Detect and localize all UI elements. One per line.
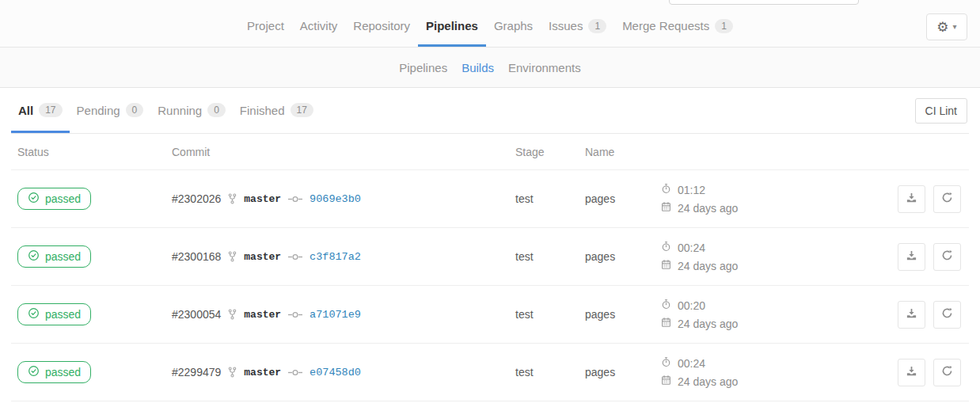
calendar-icon [661,317,671,330]
build-duration: 00:20 [661,299,889,312]
builds-table: Status Commit Stage Name passed #2302026 [11,134,969,401]
stopwatch-icon [661,356,671,370]
download-icon [906,365,917,379]
branch-link[interactable]: master [244,251,281,263]
nav-item-project[interactable]: Project [239,5,292,47]
tab-all[interactable]: All 17 [11,89,70,133]
commit-icon [288,310,302,319]
retry-icon [941,365,953,379]
commit-icon [288,368,302,377]
calendar-icon [661,201,671,215]
build-stage: test [507,192,577,205]
tab-all-count: 17 [39,103,62,117]
build-name-link[interactable]: pages [585,250,615,263]
branch-icon [228,367,237,378]
column-header-stage: Stage [507,146,577,158]
commit-sha-link[interactable]: c3f817a2 [310,251,361,263]
build-id-link[interactable]: #2300054 [172,308,221,321]
build-finished-at: 24 days ago [661,259,889,272]
commit-sha-link[interactable]: a71071e9 [310,309,361,321]
stopwatch-icon [661,241,671,254]
tab-pending[interactable]: Pending 0 [70,89,151,133]
build-name-link[interactable]: pages [585,192,615,205]
commit-sha-link[interactable]: e07458d0 [310,367,361,378]
project-header: Project Activity Repository Pipelines Gr… [0,0,980,48]
nav-item-issues[interactable]: Issues 1 [541,5,614,47]
download-icon [906,192,917,206]
nav-item-graphs[interactable]: Graphs [486,5,541,47]
build-duration: 00:24 [661,356,889,370]
download-artifacts-button[interactable] [898,243,925,271]
download-icon [906,249,917,264]
retry-build-button[interactable] [933,243,961,271]
build-stage: test [507,250,577,263]
column-header-commit: Commit [164,146,507,158]
build-name-link[interactable]: pages [585,366,615,378]
commit-sha-link[interactable]: 9069e3b0 [310,193,361,205]
table-row: passed #2300168 master c [11,228,969,286]
tab-pending-count: 0 [126,103,144,117]
build-name-link[interactable]: pages [585,308,615,321]
branch-icon [228,251,237,262]
builds-filter-bar: All 17 Pending 0 Running 0 Finished 17 C… [11,88,969,134]
build-scope-tabs: All 17 Pending 0 Running 0 Finished 17 [11,88,969,133]
build-status-badge[interactable]: passed [17,245,91,268]
tab-finished[interactable]: Finished 17 [233,89,321,133]
table-header-row: Status Commit Stage Name [11,134,969,170]
search-input[interactable] [669,0,859,5]
retry-build-button[interactable] [933,185,961,213]
chevron-down-icon: ▾ [953,23,957,31]
build-status-badge[interactable]: passed [17,188,91,210]
build-id-link[interactable]: #2302026 [172,192,221,205]
merge-requests-count-badge: 1 [715,19,733,33]
issues-count-badge: 1 [588,19,606,33]
tab-running[interactable]: Running 0 [150,89,233,133]
check-circle-icon [28,192,40,206]
build-duration: 01:12 [661,183,889,196]
nav-item-merge-requests[interactable]: Merge Requests 1 [614,5,741,47]
retry-build-button[interactable] [933,301,961,329]
retry-icon [941,192,953,206]
build-stage: test [507,308,577,321]
stopwatch-icon [661,183,671,196]
ci-lint-button[interactable]: CI Lint [915,98,967,124]
project-nav: Project Activity Repository Pipelines Gr… [0,0,980,47]
retry-icon [941,249,953,264]
branch-icon [228,193,237,204]
build-finished-at: 24 days ago [661,201,889,215]
column-header-name: Name [577,146,653,158]
nav-item-repository[interactable]: Repository [345,5,418,47]
build-status-badge[interactable]: passed [17,361,91,383]
commit-icon [288,195,302,204]
table-body: passed #2302026 master 9 [11,170,969,401]
pipelines-subnav: Pipelines Builds Environments [0,48,980,88]
retry-build-button[interactable] [933,359,961,386]
check-circle-icon [28,249,40,264]
download-icon [906,307,917,321]
nav-item-activity[interactable]: Activity [292,5,346,47]
branch-link[interactable]: master [244,193,281,205]
settings-dropdown-button[interactable]: ⚙ ▾ [926,13,967,40]
subnav-item-builds[interactable]: Builds [462,61,494,74]
retry-icon [941,307,953,321]
download-artifacts-button[interactable] [898,185,925,213]
table-row: passed #2299479 master e [11,344,969,401]
download-artifacts-button[interactable] [898,301,925,329]
build-status-badge[interactable]: passed [17,303,91,325]
build-id-link[interactable]: #2299479 [172,366,221,378]
column-header-status: Status [11,146,164,158]
branch-link[interactable]: master [244,367,281,378]
tab-running-count: 0 [207,103,226,117]
build-id-link[interactable]: #2300168 [172,250,221,263]
nav-item-pipelines[interactable]: Pipelines [418,5,486,47]
download-artifacts-button[interactable] [898,359,925,386]
calendar-icon [661,375,671,388]
subnav-item-pipelines[interactable]: Pipelines [399,61,447,74]
table-row: passed #2302026 master 9 [11,170,969,228]
build-finished-at: 24 days ago [661,317,889,330]
commit-icon [288,253,302,261]
build-finished-at: 24 days ago [661,375,889,388]
stopwatch-icon [661,299,671,312]
branch-link[interactable]: master [244,309,281,321]
subnav-item-environments[interactable]: Environments [508,61,581,74]
